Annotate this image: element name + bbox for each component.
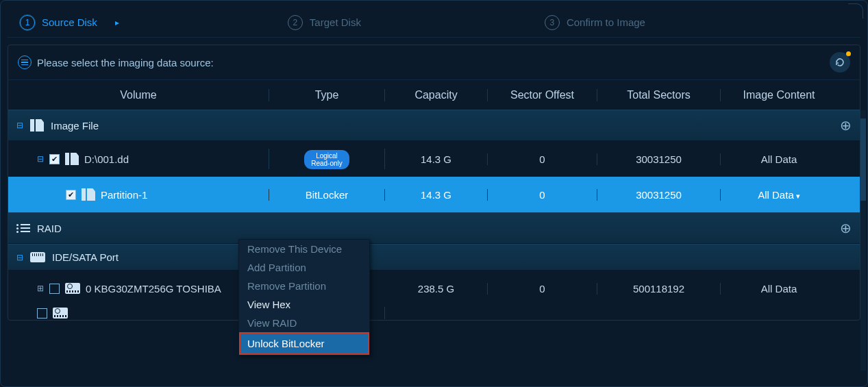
cell-total-sectors: 30031250 <box>597 153 721 165</box>
hdd-icon <box>53 308 68 319</box>
wizard-steps: 1 Source Disk 2 Target Disk 3 Confirm to… <box>8 8 860 38</box>
refresh-icon <box>834 57 845 68</box>
step-number-3: 3 <box>545 15 560 30</box>
col-sector-offset: Sector Offest <box>488 89 597 101</box>
row-partition-1[interactable]: ✔ Partition-1 BitLocker 14.3 G 0 3003125… <box>8 177 860 212</box>
row-hdd-0[interactable]: ⊞ 0 KBG30ZMT256G TOSHIBA 238.5 G 0 50011… <box>8 271 860 306</box>
group-label: RAID <box>37 223 62 234</box>
cell-sector-offset: 0 <box>488 283 597 295</box>
step-label: Target Disk <box>310 16 361 28</box>
scrollbar[interactable] <box>860 110 866 371</box>
refresh-button[interactable] <box>830 52 850 73</box>
image-content-dropdown[interactable]: All Data <box>721 189 837 201</box>
menu-view-hex[interactable]: View Hex <box>239 295 369 314</box>
step-number-2: 2 <box>288 15 303 30</box>
volume-name: D:\001.dd <box>84 153 129 165</box>
cell-capacity: 14.3 G <box>385 189 488 201</box>
cell-total-sectors: 500118192 <box>597 283 721 295</box>
volume-name: Partition-1 <box>101 189 147 201</box>
row-partial[interactable]: Logical <box>8 306 860 320</box>
step-label: Source Disk <box>42 16 97 28</box>
disk-icon <box>30 252 45 262</box>
table-header: Volume Type Capacity Sector Offest Total… <box>8 79 860 110</box>
group-raid[interactable]: RAID ⊕ <box>8 212 860 244</box>
collapse-icon[interactable]: ⊟ <box>37 154 44 164</box>
group-image-file[interactable]: ⊟ Image File ⊕ <box>8 110 860 141</box>
step-label: Confirm to Image <box>567 16 645 28</box>
row-dd-image[interactable]: ⊟ ✔ D:\001.dd Logical Read-only 14.3 G 0… <box>8 141 860 177</box>
cell-type: BitLocker <box>269 189 385 201</box>
menu-view-raid[interactable]: View RAID <box>239 314 369 332</box>
group-ide-sata[interactable]: ⊟ IDE/SATA Port <box>8 244 860 271</box>
scrollbar-thumb[interactable] <box>860 118 866 201</box>
step-confirm[interactable]: 3 Confirm to Image <box>532 8 666 37</box>
step-source-disk[interactable]: 1 Source Disk <box>8 8 118 37</box>
cell-capacity: 238.5 G <box>385 283 488 295</box>
checkbox[interactable]: ✔ <box>66 190 76 200</box>
file-icon <box>30 119 44 132</box>
file-icon <box>65 153 79 165</box>
collapse-icon[interactable]: ⊟ <box>16 253 23 262</box>
checkbox[interactable] <box>37 308 47 319</box>
panel-header: Please select the imaging data source: <box>8 45 860 79</box>
step-number-1: 1 <box>20 15 35 30</box>
add-image-button[interactable]: ⊕ <box>840 117 852 134</box>
menu-icon[interactable] <box>18 55 32 69</box>
group-label: IDE/SATA Port <box>52 251 119 263</box>
volume-name: 0 KBG30ZMT256G TOSHIBA <box>86 283 221 295</box>
menu-remove-device[interactable]: Remove This Device <box>239 240 369 258</box>
col-total-sectors: Total Sectors <box>597 89 721 101</box>
group-label: Image File <box>51 120 99 132</box>
menu-add-partition[interactable]: Add Partition <box>239 258 369 277</box>
partition-icon <box>82 188 95 201</box>
cell-sector-offset: 0 <box>488 153 597 165</box>
cell-total-sectors: 30031250 <box>597 189 721 201</box>
cell-image-content: All Data <box>721 283 837 295</box>
context-menu: Remove This Device Add Partition Remove … <box>238 239 370 355</box>
col-type: Type <box>269 89 385 101</box>
col-capacity: Capacity <box>385 89 488 101</box>
add-raid-button[interactable]: ⊕ <box>840 220 852 236</box>
cell-sector-offset: 0 <box>488 189 597 201</box>
panel-instruction: Please select the imaging data source: <box>37 57 214 68</box>
list-icon <box>16 224 30 233</box>
hdd-icon <box>65 283 80 294</box>
cell-capacity: 14.3 G <box>385 153 488 165</box>
app-frame: 1 Source Disk 2 Target Disk 3 Confirm to… <box>0 0 868 387</box>
collapse-icon[interactable]: ⊟ <box>16 121 23 130</box>
col-image-content: Image Content <box>721 89 837 101</box>
menu-remove-partition[interactable]: Remove Partition <box>239 277 369 295</box>
checkbox[interactable]: ✔ <box>49 154 60 164</box>
table-body: ⊟ Image File ⊕ ⊟ ✔ D:\001.dd Logical Rea… <box>8 110 860 320</box>
col-volume: Volume <box>8 89 269 101</box>
source-panel: Please select the imaging data source: V… <box>8 45 860 321</box>
checkbox[interactable] <box>49 284 60 294</box>
cell-image-content: All Data <box>721 153 837 165</box>
expand-icon[interactable]: ⊞ <box>37 284 44 293</box>
menu-unlock-bitlocker[interactable]: Unlock BitLocker <box>239 332 369 355</box>
type-badge: Logical Read-only <box>304 150 349 169</box>
step-target-disk[interactable]: 2 Target Disk <box>275 8 382 37</box>
